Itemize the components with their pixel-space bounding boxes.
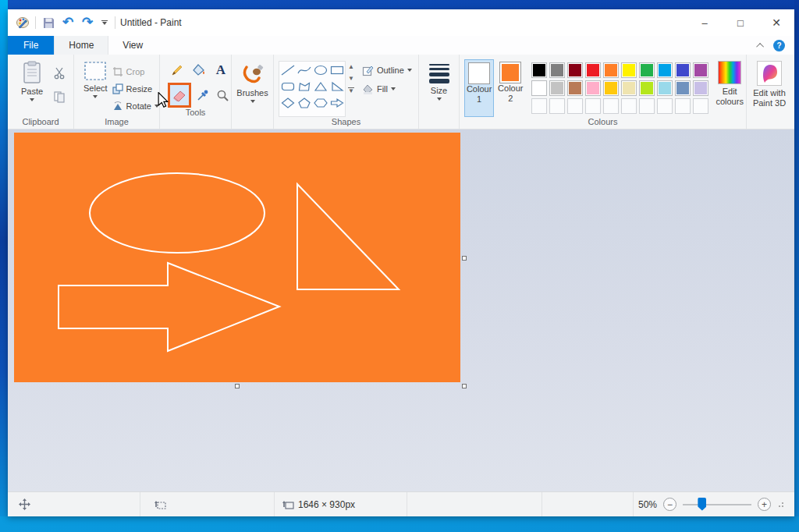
palette-swatch[interactable] xyxy=(585,62,601,78)
palette-swatch-empty[interactable] xyxy=(621,98,637,114)
fill-tool-button[interactable] xyxy=(190,61,208,80)
palette-swatch-empty[interactable] xyxy=(585,98,601,114)
colour2-button[interactable]: Colour 2 xyxy=(495,59,525,117)
shape-rounded-rectangle[interactable] xyxy=(279,78,296,94)
clipboard-icon xyxy=(22,61,42,84)
gallery-more-icon[interactable]: ▼ xyxy=(348,87,354,94)
copy-button[interactable] xyxy=(50,87,69,106)
redo-button[interactable]: ↷ xyxy=(80,16,94,30)
shape-diamond[interactable] xyxy=(279,94,296,111)
palette-swatch[interactable] xyxy=(621,80,637,96)
fill-button[interactable]: Fill xyxy=(362,83,412,95)
palette-swatch[interactable] xyxy=(639,80,655,96)
help-icon[interactable]: ? xyxy=(773,40,785,51)
shape-arrow[interactable] xyxy=(328,94,345,111)
group-tools: A xyxy=(160,55,232,129)
resize-button[interactable]: Resize xyxy=(112,83,159,95)
title-bar: ↶ ↷ Untitled - Paint – □ ✕ xyxy=(8,9,794,36)
shape-rectangle[interactable] xyxy=(328,62,345,78)
paste-button[interactable]: Paste xyxy=(14,59,50,117)
gallery-up-icon[interactable]: ▲ xyxy=(348,64,354,70)
size-button[interactable]: Size xyxy=(421,59,457,101)
palette-swatch-empty[interactable] xyxy=(603,98,619,114)
tab-home[interactable]: Home xyxy=(54,36,108,55)
fill-style-icon xyxy=(362,83,374,95)
palette-swatch[interactable] xyxy=(621,62,637,78)
edit-colours-button[interactable]: Edit colours xyxy=(713,59,746,117)
rotate-button[interactable]: Rotate xyxy=(112,100,159,112)
shape-polygon[interactable] xyxy=(296,78,312,94)
statusbar-selection-size xyxy=(140,492,275,516)
zoom-out-button[interactable]: − xyxy=(663,498,676,511)
canvas-resize-handle-bottom[interactable] xyxy=(235,384,240,388)
palette-swatch-empty[interactable] xyxy=(531,98,547,114)
palette-swatch[interactable] xyxy=(693,62,708,78)
shape-triangle[interactable] xyxy=(312,78,328,94)
shapes-gallery-scroll: ▲ ▼ ▼ xyxy=(348,64,354,117)
shape-hexagon[interactable] xyxy=(312,94,328,111)
zoom-in-button[interactable]: + xyxy=(758,498,771,511)
palette-swatch-empty[interactable] xyxy=(693,98,708,114)
text-tool-button[interactable]: A xyxy=(211,61,230,80)
maximize-button[interactable]: □ xyxy=(723,9,758,36)
crop-button: Crop xyxy=(112,66,159,78)
resize-icon xyxy=(112,83,123,94)
palette-swatch[interactable] xyxy=(639,62,655,78)
palette-swatch[interactable] xyxy=(693,80,708,96)
quick-access-toolbar: ↶ ↷ xyxy=(8,16,115,30)
canvas-resize-handle-right[interactable] xyxy=(462,256,467,261)
resize-grip[interactable] xyxy=(779,502,783,507)
shape-right-triangle[interactable] xyxy=(328,78,345,94)
palette-swatch[interactable] xyxy=(531,62,547,78)
palette-swatch[interactable] xyxy=(549,80,565,96)
undo-button[interactable]: ↶ xyxy=(61,16,75,30)
customize-qat-dropdown[interactable] xyxy=(100,20,109,26)
colour1-button[interactable]: Colour 1 xyxy=(464,59,494,117)
canvas-resize-handle-corner[interactable] xyxy=(462,384,467,388)
edit-with-paint3d-button[interactable]: Edit with Paint 3D xyxy=(747,59,792,108)
palette-swatch[interactable] xyxy=(675,62,691,78)
zoom-slider[interactable] xyxy=(683,504,751,505)
group-size: Size xyxy=(419,55,460,129)
palette-swatch[interactable] xyxy=(531,80,547,96)
statusbar-section-empty xyxy=(407,492,542,516)
palette-swatch-empty[interactable] xyxy=(657,98,673,114)
palette-swatch[interactable] xyxy=(567,80,583,96)
palette-swatch[interactable] xyxy=(603,62,619,78)
shape-line[interactable] xyxy=(279,62,296,78)
cut-button[interactable] xyxy=(50,64,69,83)
shape-curve[interactable] xyxy=(296,62,312,78)
select-dropdown-arrow xyxy=(93,95,98,98)
zoom-slider-handle[interactable] xyxy=(698,498,706,511)
magnifier-tool-button[interactable] xyxy=(214,86,231,105)
tab-view[interactable]: View xyxy=(108,36,157,55)
palette-swatch[interactable] xyxy=(567,62,583,78)
palette-swatch[interactable] xyxy=(657,80,673,96)
save-button[interactable] xyxy=(41,16,55,30)
collapse-ribbon-icon[interactable] xyxy=(756,42,764,50)
rotate-icon xyxy=(112,101,123,112)
select-button[interactable]: Select xyxy=(79,59,112,117)
palette-swatch-empty[interactable] xyxy=(549,98,565,114)
brushes-button[interactable]: Brushes xyxy=(235,59,271,103)
palette-swatch[interactable] xyxy=(585,80,601,96)
palette-swatch[interactable] xyxy=(603,80,619,96)
tab-file[interactable]: File xyxy=(8,36,54,55)
palette-swatch-empty[interactable] xyxy=(675,98,691,114)
gallery-down-icon[interactable]: ▼ xyxy=(348,76,354,82)
drawing-canvas[interactable] xyxy=(14,133,460,382)
eraser-tool-button[interactable] xyxy=(168,83,191,108)
outline-button[interactable]: Outline xyxy=(362,64,412,76)
color-picker-tool-button[interactable] xyxy=(194,86,211,105)
palette-swatch-empty[interactable] xyxy=(567,98,583,114)
palette-swatch[interactable] xyxy=(675,80,691,96)
palette-swatch-empty[interactable] xyxy=(639,98,655,114)
palette-swatch[interactable] xyxy=(549,62,565,78)
minimize-button[interactable]: – xyxy=(687,9,723,36)
close-button[interactable]: ✕ xyxy=(758,9,794,36)
palette-swatch[interactable] xyxy=(657,62,673,78)
paint-app-icon xyxy=(16,16,30,30)
shape-pentagon[interactable] xyxy=(296,94,312,111)
shape-ellipse[interactable] xyxy=(312,62,328,78)
pencil-tool-button[interactable] xyxy=(168,61,186,80)
